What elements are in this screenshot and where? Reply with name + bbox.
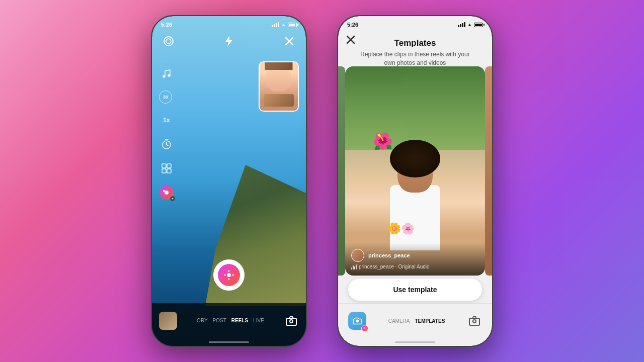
tab-reels[interactable]: REELS	[231, 318, 248, 323]
svg-point-19	[227, 273, 231, 277]
status-bar-1: 5:26 ▲	[152, 16, 306, 30]
nav-tabs-1: ORY POST REELS LIVE	[197, 318, 264, 323]
tab-templates-2[interactable]: TEMPLATES	[415, 318, 445, 324]
signal-icon-2	[458, 22, 465, 27]
battery-icon	[288, 23, 297, 27]
speed-icon[interactable]: 1x	[159, 113, 174, 128]
svg-point-15	[165, 191, 169, 195]
templates-header: Templates Replace the clips in these ree…	[338, 32, 492, 67]
svg-point-1	[166, 39, 171, 44]
video-user: princess_peace	[351, 249, 479, 262]
tab-story[interactable]: ORY	[197, 318, 208, 323]
flip-camera-button-1[interactable]	[284, 313, 299, 328]
close-button-1[interactable]	[282, 34, 297, 49]
svg-rect-12	[167, 164, 171, 168]
close-button-2[interactable]	[346, 35, 355, 47]
tab-live[interactable]: LIVE	[253, 318, 264, 323]
selfie-face	[260, 62, 298, 111]
top-controls	[152, 34, 306, 49]
flash-button[interactable]	[221, 34, 236, 49]
shutter-inner	[218, 264, 240, 286]
svg-rect-14	[167, 169, 171, 173]
templates-subtitle: Replace the clips in these reels with yo…	[360, 50, 469, 67]
timer-icon[interactable]: 30	[159, 90, 172, 104]
effects-icon[interactable]	[159, 185, 174, 200]
home-indicator-1	[209, 341, 249, 343]
layout-icon[interactable]	[159, 161, 174, 176]
nav-avatar[interactable]	[159, 312, 177, 330]
svg-point-5	[163, 75, 165, 77]
svg-line-9	[167, 145, 168, 146]
status-bar-2: 5:26 ▲	[338, 16, 492, 30]
audio-info: princess_peace · Original Audio	[351, 264, 479, 269]
side-peek-left	[338, 66, 345, 276]
countdown-icon[interactable]	[159, 137, 174, 152]
svg-point-0	[164, 37, 173, 46]
svg-point-23	[473, 320, 476, 323]
video-card[interactable]: 🌼🌸 🌺 princess_peace	[345, 66, 485, 276]
user-avatar	[351, 249, 364, 262]
bottom-nav-1: ORY POST REELS LIVE	[152, 303, 306, 346]
time-1: 5:26	[161, 22, 172, 28]
use-template-label: Use template	[393, 286, 437, 294]
battery-icon-2	[474, 23, 483, 27]
side-toolbar: 30 1x	[159, 66, 174, 200]
selfie-preview	[259, 61, 299, 112]
svg-rect-11	[162, 164, 166, 168]
svg-point-6	[168, 74, 170, 76]
video-background: 🌼🌸 🌺 princess_peace	[345, 66, 485, 276]
bottom-nav-2: + CAMERA TEMPLATES	[338, 303, 492, 346]
svg-marker-2	[225, 36, 232, 47]
wifi-icon: ▲	[281, 22, 286, 27]
wifi-icon-2: ▲	[467, 22, 472, 27]
flip-camera-button-2[interactable]	[467, 313, 482, 328]
nav-tabs-2: CAMERA TEMPLATES	[388, 318, 445, 324]
video-info: princess_peace princess_peace · Original…	[345, 243, 485, 276]
camera-nav-item[interactable]: +	[348, 312, 366, 330]
use-template-button[interactable]: Use template	[348, 279, 482, 301]
tab-post[interactable]: POST	[213, 318, 226, 323]
phone-1-screen: 5:26 ▲	[152, 16, 306, 346]
tab-camera-2[interactable]: CAMERA	[388, 318, 410, 324]
phone-2: 5:26 ▲ Tem	[337, 15, 493, 347]
camera-nav-icon: +	[348, 312, 366, 330]
shutter-button[interactable]	[213, 259, 245, 291]
audio-text: princess_peace · Original Audio	[359, 264, 430, 269]
music-bars-icon	[351, 264, 357, 269]
lens-button[interactable]	[161, 34, 176, 49]
phone-2-screen: 5:26 ▲ Tem	[338, 16, 492, 346]
svg-point-16	[163, 190, 165, 192]
phone-1: 5:26 ▲	[151, 15, 307, 347]
svg-point-20	[290, 320, 293, 323]
svg-rect-13	[162, 169, 166, 173]
time-2: 5:26	[347, 22, 358, 28]
username: princess_peace	[368, 252, 410, 258]
signal-icon	[272, 22, 279, 27]
camera-plus-icon: +	[361, 325, 368, 332]
home-indicator-2	[395, 341, 435, 343]
side-peek-right	[485, 66, 492, 276]
templates-title: Templates	[394, 38, 436, 48]
music-icon[interactable]	[159, 66, 174, 81]
